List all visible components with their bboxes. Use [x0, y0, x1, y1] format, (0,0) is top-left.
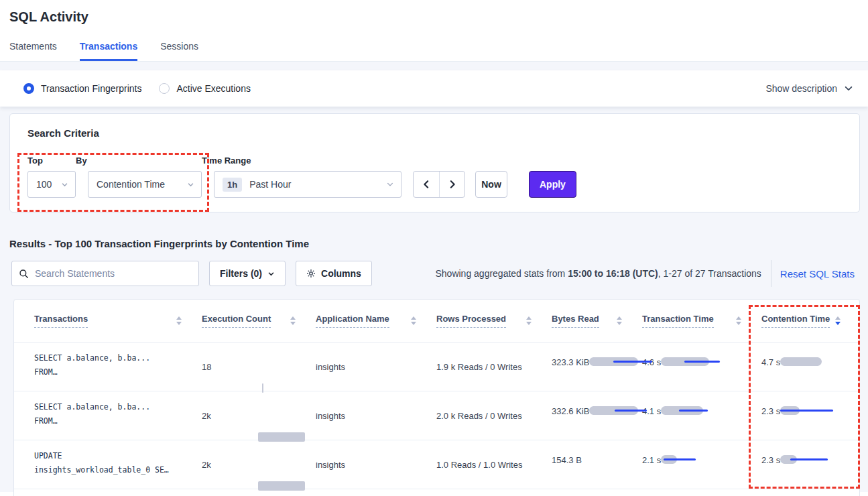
- chevron-down-icon: [187, 181, 194, 188]
- execution-count-bar: [258, 481, 345, 490]
- previous-time-button[interactable]: [414, 172, 439, 197]
- sort-icon[interactable]: [736, 316, 741, 325]
- column-header-application-name[interactable]: Application Name: [316, 314, 436, 328]
- time-range-value: Past Hour: [249, 179, 291, 190]
- tab-transactions[interactable]: Transactions: [80, 41, 137, 61]
- top-select[interactable]: 100: [27, 171, 76, 198]
- table-row: SELECT a.balance, b.ba...FROM… 18 insigh…: [14, 343, 859, 391]
- transaction-time-cell: 4.6 s: [642, 343, 761, 391]
- column-header-transactions[interactable]: Transactions: [34, 314, 202, 328]
- radio-active-executions[interactable]: Active Executions: [159, 83, 251, 94]
- column-header-bytes-read[interactable]: Bytes Read: [552, 314, 642, 328]
- search-icon: [19, 269, 29, 279]
- time-range-badge: 1h: [223, 178, 242, 192]
- columns-button-label: Columns: [321, 268, 361, 279]
- search-criteria-title: Search Criteria: [27, 127, 842, 139]
- radio-transaction-fingerprints[interactable]: Transaction Fingerprints: [23, 83, 141, 94]
- columns-button[interactable]: Columns: [296, 261, 372, 286]
- radio-selected-icon[interactable]: [23, 83, 34, 94]
- contention-time-cell: 2.3 s: [761, 440, 860, 489]
- reset-sql-stats-link[interactable]: Reset SQL Stats: [780, 268, 860, 280]
- sort-icon-active-desc[interactable]: [835, 316, 841, 325]
- radio-label: Transaction Fingerprints: [41, 83, 141, 94]
- contention-time-cell: 2.3 s: [761, 391, 860, 440]
- view-radio-group: Transaction Fingerprints Active Executio…: [23, 83, 251, 94]
- show-description-label: Show description: [765, 83, 837, 94]
- tab-bar: Statements Transactions Sessions: [0, 41, 868, 62]
- time-step-buttons: [413, 171, 465, 198]
- contention-time-cell: 4.7 s: [761, 343, 860, 391]
- results-toolbar: Filters (0) Columns Showing aggregated s…: [11, 260, 860, 287]
- chevron-down-icon: [844, 84, 853, 93]
- search-statements-input[interactable]: [35, 268, 192, 279]
- transactions-table: Transactions Execution Count Application…: [13, 299, 860, 496]
- sort-icon[interactable]: [290, 316, 296, 325]
- top-select-value: 100: [36, 179, 52, 190]
- execution-count-cell: 18: [202, 343, 316, 391]
- apply-button[interactable]: Apply: [529, 171, 576, 198]
- transaction-fingerprint-link[interactable]: UPDATEinsights_workload_table_0 SE…: [34, 440, 202, 489]
- gear-icon: [306, 269, 316, 278]
- by-label: By: [76, 156, 202, 166]
- table-row: UPDATEinsights_workload_table_0 SE… 2k i…: [14, 440, 859, 489]
- now-button[interactable]: Now: [475, 171, 507, 198]
- sort-icon[interactable]: [526, 316, 532, 325]
- radio-unselected-icon[interactable]: [159, 83, 170, 94]
- rows-processed-cell: 2.0 k Reads / 0 Writes: [436, 391, 552, 440]
- transaction-time-cell: 4.1 s: [642, 391, 761, 440]
- time-range-label: Time Range: [202, 156, 401, 166]
- tab-statements[interactable]: Statements: [9, 41, 57, 61]
- column-header-transaction-time[interactable]: Transaction Time: [642, 314, 761, 328]
- toolbar-divider: [771, 260, 771, 287]
- time-range-select[interactable]: 1h Past Hour: [214, 171, 401, 198]
- radio-label: Active Executions: [176, 83, 251, 94]
- column-header-contention-time[interactable]: Contention Time: [761, 314, 860, 328]
- transaction-fingerprint-link[interactable]: SELECT a.balance, b.ba...FROM…: [34, 391, 202, 440]
- sort-icon[interactable]: [176, 316, 182, 325]
- by-select[interactable]: Contention Time: [88, 171, 202, 198]
- page-title: SQL Activity: [9, 9, 857, 25]
- filters-button[interactable]: Filters (0): [209, 261, 286, 286]
- execution-count-cell: 2k: [202, 440, 316, 489]
- bytes-read-cell: 323.3 KiB: [552, 343, 642, 391]
- next-time-button[interactable]: [439, 172, 464, 197]
- transaction-time-cell: 2.1 s: [642, 440, 761, 489]
- by-field: By Contention Time: [76, 156, 202, 198]
- execution-count-cell: 2k: [202, 391, 316, 440]
- show-description-toggle[interactable]: Show description: [765, 83, 853, 94]
- rows-processed-cell: 1.9 k Reads / 0 Writes: [436, 343, 552, 391]
- content-area: Transaction Fingerprints Active Executio…: [0, 62, 868, 492]
- search-criteria-panel: Search Criteria Top 100 By Contention Ti…: [9, 113, 860, 212]
- sort-icon[interactable]: [411, 316, 416, 325]
- bytes-read-cell: 332.6 KiB: [552, 391, 642, 440]
- by-select-value: Contention Time: [97, 179, 165, 190]
- top-label: Top: [27, 156, 76, 166]
- top-field: Top 100: [27, 156, 76, 198]
- stats-time-range: 15:00 to 16:18 (UTC): [568, 268, 658, 279]
- time-range-field: Time Range 1h Past Hour: [202, 156, 401, 198]
- view-toggle-bar: Transaction Fingerprints Active Executio…: [0, 70, 868, 107]
- tab-sessions[interactable]: Sessions: [160, 41, 198, 61]
- results-heading: Results - Top 100 Transaction Fingerprin…: [9, 238, 868, 249]
- rows-processed-cell: 1.0 Reads / 1.0 Writes: [436, 440, 552, 489]
- table-header-row: Transactions Execution Count Application…: [14, 300, 859, 343]
- chevron-down-icon: [386, 180, 394, 188]
- sort-icon[interactable]: [617, 316, 622, 325]
- column-header-rows-processed[interactable]: Rows Processed: [436, 314, 552, 328]
- table-row: SELECT a.balance, b.ba...FROM… 2k insigh…: [14, 391, 859, 440]
- aggregated-stats-text: Showing aggregated stats from 15:00 to 1…: [435, 268, 761, 279]
- page-header: SQL Activity: [0, 0, 868, 25]
- chevron-down-icon: [267, 270, 275, 277]
- transaction-fingerprint-link[interactable]: SELECT a.balance, b.ba...FROM…: [34, 343, 202, 391]
- filters-button-label: Filters (0): [220, 268, 262, 279]
- search-statements-box[interactable]: [11, 261, 199, 286]
- chevron-down-icon: [61, 181, 68, 188]
- bytes-read-cell: 154.3 B: [552, 440, 642, 489]
- column-header-execution-count[interactable]: Execution Count: [202, 314, 316, 328]
